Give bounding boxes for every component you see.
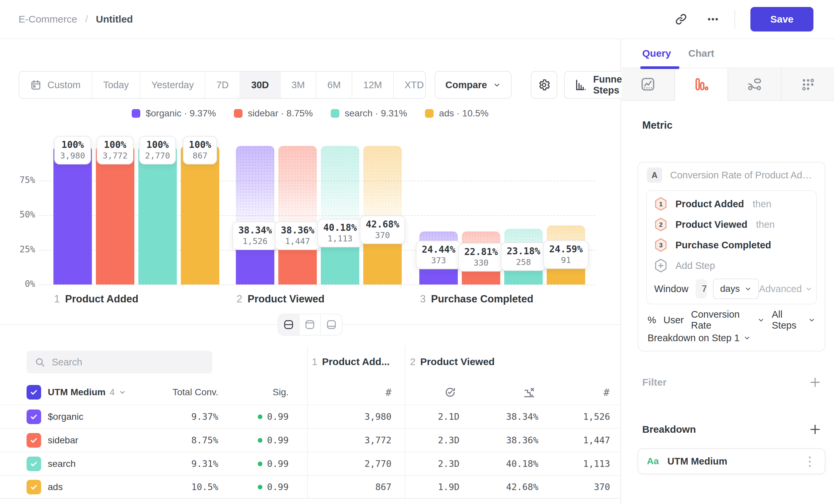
select-all-checkbox[interactable] [26,385,41,399]
range-option-6m[interactable]: 6M [316,72,352,98]
save-button[interactable]: Save [750,7,813,31]
funnel-bar[interactable] [138,146,177,284]
row-checkbox[interactable] [26,480,41,495]
measure-metric-select[interactable]: Conversion Rate [691,309,764,331]
range-option-30d[interactable]: 30D [240,72,280,98]
funnel-bar[interactable] [181,146,219,284]
measure-entity[interactable]: User [663,315,684,326]
range-option-yesterday[interactable]: Yesterday [140,72,205,98]
range-option-custom[interactable]: Custom [19,72,92,98]
window-unit-select[interactable]: days [713,278,759,299]
funnel-bar[interactable] [53,146,92,284]
table-search-input[interactable]: Search [26,351,212,373]
measurement-row: % User Conversion Rate All Steps [646,313,817,327]
conversion-column-header[interactable] [461,386,540,398]
bar-slot-search: 40.18%1,113 [321,146,359,284]
legend-item[interactable]: search · 9.31% [331,108,407,119]
count-column-header[interactable]: # [540,387,611,398]
add-step-button[interactable]: Add Step [654,255,809,276]
breadcrumb-project[interactable]: E-Commerce [19,14,77,25]
breadcrumb-page-title[interactable]: Untitled [96,14,133,25]
compare-button[interactable]: Compare [435,71,511,99]
funnel-chart-icon [694,76,709,92]
row-step1-count: 3,772 [307,435,405,445]
add-filter-button[interactable] [809,376,821,389]
breakdown-on-step-select[interactable]: Breakdown on Step 1 [646,331,817,345]
share-link-button[interactable] [670,8,692,30]
legend-item[interactable]: ads · 10.5% [425,108,488,119]
chevron-down-icon [758,316,765,324]
add-breakdown-button[interactable] [809,423,821,436]
table-step-group-title: 2Product Viewed [410,356,495,367]
bar-percent-label: 100% [103,139,127,150]
advanced-toggle[interactable]: Advanced [759,283,812,294]
step-number: 1 [54,293,60,305]
tab-query[interactable]: Query [642,48,671,59]
legend-label: $organic · 9.37% [146,108,216,119]
row-checkbox[interactable] [26,410,41,424]
legend-swatch [132,109,140,118]
measure-scope-select[interactable]: All Steps [772,309,816,331]
funnel-step-group: 24.44%37322.81%33023.18%25824.59%91 [419,146,585,284]
bar-percent-label: 22.81% [464,246,498,257]
range-option-today[interactable]: Today [92,72,140,98]
tab-flow-chart[interactable] [728,68,782,101]
step-number: 2 [410,356,416,367]
row-checkbox[interactable] [26,457,41,471]
bar-value-badge: 38.36%1,447 [275,222,320,250]
breadcrumb-separator: / [85,14,88,25]
legend-item[interactable]: sidebar · 8.75% [234,108,313,119]
funnel-bar[interactable] [96,146,134,284]
range-option-xtd[interactable]: XTD [394,72,426,98]
table-row: search9.31%0.992,7702.3D40.18%1,113 [0,452,620,475]
row-significance: 0.99 [218,459,289,469]
bar-percent-label: 100% [189,139,211,150]
bar-count-label: 2,770 [145,151,170,160]
window-value-input[interactable]: 7 [696,279,707,298]
table-row: $organic9.37%0.993,9802.1D38.34%1,526 [0,405,620,428]
legend-item[interactable]: $organic · 9.37% [132,108,216,119]
breakdown-item[interactable]: Aa UTM Medium ⋮ [638,448,826,474]
query-step-3[interactable]: 3Purchase Completed [654,235,809,255]
funnel-step-label: 1Product Added [54,293,138,305]
range-option-3m[interactable]: 3M [281,72,316,98]
metric-header[interactable]: A Conversion Rate of Product Adde... [646,167,817,183]
svg-text:1: 1 [659,201,663,208]
hash-icon: # [603,387,609,398]
bar-percent-label: 42.68% [366,219,399,230]
more-options-button[interactable] [702,8,724,30]
table-row: ads10.5%0.998671.9D42.68%370 [0,475,620,499]
row-checkbox[interactable] [26,433,41,448]
step-name: Purchase Completed [431,293,533,305]
row-name: sidebar [48,435,135,445]
total-conv-column-header[interactable]: Total Conv. [135,387,218,397]
bar-slot-ads: 42.68%370 [363,146,402,284]
tab-scatter-grid[interactable] [782,68,834,101]
active-tab-indicator [640,66,679,69]
bar-value-badge: 42.68%370 [359,215,405,244]
legend-label: search · 9.31% [345,108,407,119]
legend-swatch [331,109,339,118]
tab-chart[interactable]: Chart [688,48,714,59]
compare-label: Compare [445,79,487,91]
range-option-12m[interactable]: 12M [352,72,393,98]
kebab-menu-icon[interactable]: ⋮ [804,456,816,466]
query-step-1[interactable]: 1Product Addedthen [654,193,809,214]
tab-funnel-chart[interactable] [675,68,728,101]
line-chart-icon [640,76,656,92]
chart-settings-button[interactable] [531,71,557,99]
bar-count-label: 330 [464,258,498,268]
range-option-7d[interactable]: 7D [205,72,240,98]
row-step2-conversion: 38.36% [461,435,540,445]
chevron-down-icon [119,389,126,396]
sig-column-header[interactable]: Sig. [218,387,289,397]
step-then-label: then [756,219,775,230]
count-column-header[interactable]: # [307,387,405,398]
query-step-2[interactable]: 2Product Viewedthen [654,214,809,235]
legend-label: sidebar · 8.75% [248,108,313,119]
time-to-convert-column-header[interactable] [405,386,461,398]
svg-text:3: 3 [659,242,663,249]
row-significance: 0.99 [218,412,289,422]
tab-line-chart[interactable] [622,68,675,101]
group-column-header[interactable]: UTM Medium 4 [48,387,135,397]
